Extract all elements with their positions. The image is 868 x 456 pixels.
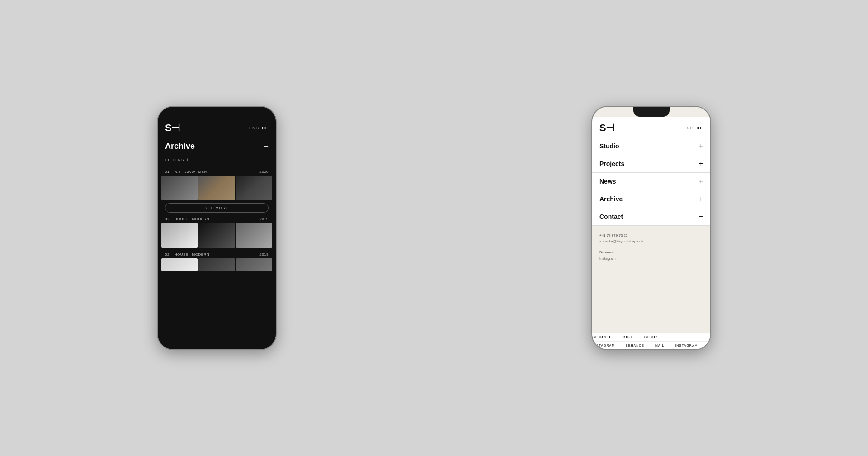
ticker-item-secr: SECR — [644, 335, 657, 339]
project-entry-3: 02/ HOUSE MODERN 2019 — [158, 251, 276, 271]
project-1-type: R.T. — [175, 170, 182, 174]
nav-label-archive: Archive — [599, 195, 623, 203]
project-1-style: APARTMENT — [185, 170, 209, 174]
archive-title: Archive — [165, 142, 195, 151]
project-meta-3: 02/ HOUSE MODERN 2019 — [158, 251, 276, 258]
project-1-number: 01/ — [165, 170, 171, 174]
project-2-style: MODERN — [192, 217, 210, 221]
contact-phone-number[interactable]: +41 78 879 73 22 — [599, 233, 703, 239]
nav-icon-projects: + — [699, 160, 703, 168]
nav-icon-contact: − — [699, 213, 703, 221]
nav-item-archive[interactable]: Archive + — [592, 190, 710, 208]
project-2-type: HOUSE — [175, 217, 189, 221]
ticker-item-instagram2: INSTAGRAM — [675, 344, 698, 347]
project-1-img-1 — [161, 176, 198, 200]
archive-toggle-icon[interactable]: − — [264, 142, 269, 151]
filters-plus-icon[interactable]: + — [186, 157, 189, 162]
nav-label-contact: Contact — [599, 213, 623, 220]
project-1-year: 2020 — [259, 170, 269, 174]
nav-item-studio[interactable]: Studio + — [592, 138, 710, 155]
contact-link-behance[interactable]: Behance — [599, 249, 703, 256]
left-notch — [199, 107, 235, 117]
ticker-item-secret: SECRET — [592, 335, 612, 339]
nav-item-news[interactable]: News + — [592, 173, 710, 190]
light-header: S⊣ ENG DE — [592, 117, 710, 138]
contact-links: Behance Instagram — [599, 249, 703, 262]
ticker-item-instagram1: INSTAGRAM — [592, 344, 615, 347]
left-logo: S⊣ — [165, 122, 179, 134]
project-meta-1: 01/ R.T. APARTMENT 2020 — [158, 168, 276, 176]
project-3-img-2 — [198, 258, 235, 271]
project-3-year: 2019 — [259, 252, 269, 256]
project-entry-2: 02/ HOUSE MODERN 2019 — [158, 215, 276, 248]
project-3-number: 02/ — [165, 252, 171, 256]
nav-icon-news: + — [699, 177, 703, 185]
filters-row[interactable]: FILTERS + — [158, 155, 276, 165]
project-2-img-1 — [161, 223, 198, 248]
left-lang-switcher[interactable]: ENG DE — [249, 126, 269, 130]
filters-label: FILTERS — [165, 158, 184, 162]
ticker-row-bottom: INSTAGRAM BEHANCE MAIL INSTAGRAM — [592, 341, 710, 350]
right-notch — [633, 107, 670, 117]
dark-header: S⊣ ENG DE — [158, 117, 276, 138]
project-3-img-1 — [161, 258, 198, 271]
contact-phone: +41 78 879 73 22 angelika@beyondshape.ch — [599, 233, 703, 245]
project-meta-2: 02/ HOUSE MODERN 2019 — [158, 215, 276, 223]
ticker-content-bottom: INSTAGRAM BEHANCE MAIL INSTAGRAM — [592, 344, 698, 347]
ticker-item-gift: GIFT — [623, 335, 634, 339]
project-2-img-2 — [198, 223, 235, 248]
contact-link-instagram[interactable]: Instagram — [599, 256, 703, 262]
nav-label-studio: Studio — [599, 142, 619, 150]
project-1-images — [161, 176, 272, 200]
project-1-img-3 — [236, 176, 272, 200]
left-phone-frame: S⊣ ENG DE Archive − FILTERS + 01 — [157, 106, 277, 350]
left-panel: S⊣ ENG DE Archive − FILTERS + 01 — [0, 0, 434, 456]
right-logo: S⊣ — [599, 122, 614, 134]
nav-icon-archive: + — [699, 195, 703, 203]
project-1-img-2 — [198, 176, 235, 200]
left-lang-eng[interactable]: ENG — [249, 126, 259, 130]
project-3-img-3 — [236, 258, 272, 271]
light-phone-screen: S⊣ ENG DE Studio + Projects + News + Ar — [592, 107, 710, 349]
project-2-year: 2019 — [259, 217, 269, 221]
nav-item-contact[interactable]: Contact − — [592, 208, 710, 226]
nav-label-news: News — [599, 178, 616, 185]
nav-icon-studio: + — [699, 142, 703, 150]
project-entry-1: 01/ R.T. APARTMENT 2020 SEE MORE — [158, 168, 276, 213]
project-2-images — [161, 223, 272, 248]
project-3-images — [161, 258, 272, 271]
nav-item-projects[interactable]: Projects + — [592, 155, 710, 173]
project-3-type: HOUSE — [175, 252, 189, 256]
left-lang-de[interactable]: DE — [262, 126, 269, 130]
nav-label-projects: Projects — [599, 160, 624, 167]
see-more-button-1[interactable]: SEE MORE — [165, 203, 269, 213]
ticker-row-top: SECRET GIFT SECR — [592, 333, 710, 341]
ticker-bar: SECRET GIFT SECR INSTAGRAM BEHANCE MAIL … — [592, 333, 710, 349]
ticker-content-top: SECRET GIFT SECR — [592, 335, 657, 339]
dark-phone-screen: S⊣ ENG DE Archive − FILTERS + 01 — [158, 107, 276, 349]
right-phone-frame: S⊣ ENG DE Studio + Projects + News + Ar — [591, 106, 711, 350]
project-3-style: MODERN — [192, 252, 210, 256]
project-2-img-3 — [236, 223, 272, 248]
contact-section: +41 78 879 73 22 angelika@beyondshape.ch… — [592, 226, 710, 269]
project-2-number: 02/ — [165, 217, 171, 221]
ticker-item-behance: BEHANCE — [626, 344, 644, 347]
right-lang-de[interactable]: DE — [696, 126, 703, 130]
archive-header: Archive − — [158, 138, 276, 155]
right-lang-eng[interactable]: ENG — [684, 126, 694, 130]
ticker-item-mail: MAIL — [655, 344, 664, 347]
right-lang-switcher[interactable]: ENG DE — [684, 126, 703, 130]
contact-email[interactable]: angelika@beyondshape.ch — [599, 239, 703, 245]
right-panel: S⊣ ENG DE Studio + Projects + News + Ar — [434, 0, 868, 456]
